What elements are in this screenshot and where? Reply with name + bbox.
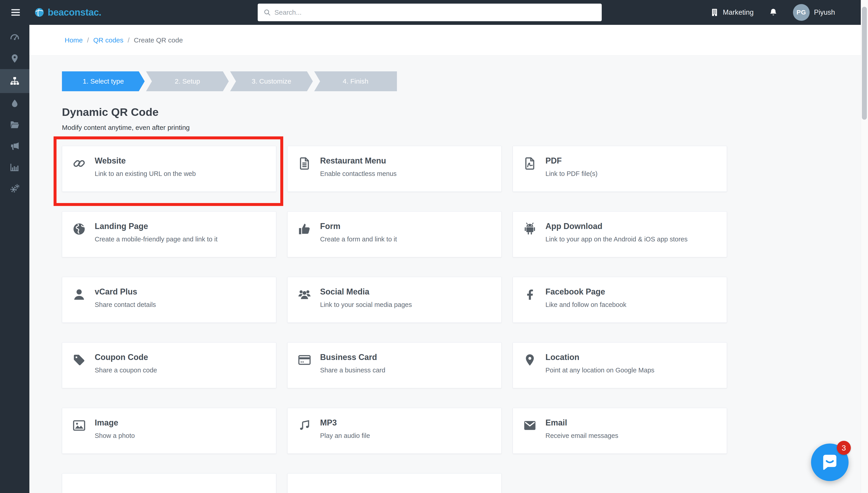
- content-area: 1. Select type2. Setup3. Customize4. Fin…: [29, 56, 868, 493]
- users-icon: [297, 287, 311, 301]
- qr-type-card-facebook-page[interactable]: Facebook PageLike and follow on facebook: [513, 277, 727, 323]
- card-title: PDF: [545, 156, 597, 166]
- pdf-file-icon: [523, 156, 537, 171]
- qr-type-card-email[interactable]: EmailReceive email messages: [513, 408, 727, 454]
- hamburger-icon: [9, 7, 22, 18]
- card-description: Link to your app on the Android & iOS ap…: [545, 234, 688, 244]
- thumbs-up-icon: [297, 222, 311, 236]
- user-icon-wrap: [72, 287, 86, 301]
- page-title: Dynamic QR Code: [62, 106, 868, 118]
- bell-icon: [768, 7, 778, 18]
- user-name: Piyush: [814, 8, 835, 17]
- breadcrumb-link-qr-codes[interactable]: QR codes: [93, 36, 123, 44]
- qr-type-card-image[interactable]: ImageShow a photo: [62, 408, 276, 454]
- android-icon: [523, 222, 537, 236]
- chat-unread-badge: 3: [837, 441, 851, 455]
- card-icon: [297, 353, 311, 367]
- qr-type-card-form[interactable]: FormCreate a form and link to it: [287, 211, 501, 257]
- card-description: Enable contactless menus: [320, 169, 397, 179]
- page-subtitle: Modify content anytime, even after print…: [62, 124, 868, 131]
- page-scrollbar-thumb[interactable]: [862, 7, 867, 120]
- workspace-switcher[interactable]: Marketing: [710, 7, 753, 17]
- qr-type-card-location[interactable]: LocationPoint at any location on Google …: [513, 342, 727, 388]
- qr-type-card-landing-page[interactable]: Landing PageCreate a mobile-friendly pag…: [62, 211, 276, 257]
- map-pin-icon-wrap: [523, 353, 537, 367]
- facebook-icon: [523, 287, 537, 301]
- topbar-right-group: Marketing PG Piyush: [710, 0, 835, 25]
- menu-button[interactable]: [9, 7, 22, 18]
- qr-type-grid: WebsiteLink to an existing URL on the we…: [62, 146, 727, 493]
- card-description: Create a mobile-friendly page and link t…: [95, 234, 218, 244]
- sidebar-item-gauge[interactable]: [0, 27, 29, 48]
- qr-type-card-app-download[interactable]: App DownloadLink to your app on the Andr…: [513, 211, 727, 257]
- sidebar-item-map-pin[interactable]: [0, 48, 29, 69]
- card-description: Show a photo: [95, 431, 135, 441]
- card-description: Share contact details: [95, 300, 156, 309]
- card-description: Create a form and link to it: [320, 234, 397, 244]
- globe-icon-wrap: [72, 222, 86, 236]
- sidebar-item-gears[interactable]: [0, 178, 29, 199]
- facebook-icon-wrap: [523, 287, 537, 301]
- document-icon: [297, 156, 311, 171]
- workspace-label: Marketing: [723, 8, 753, 17]
- main-area: Home/QR codes/Create QR code 1. Select t…: [29, 25, 868, 493]
- qr-type-card-restaurant-menu[interactable]: Restaurant MenuEnable contactless menus: [287, 146, 501, 192]
- step-wizard: 1. Select type2. Setup3. Customize4. Fin…: [62, 71, 399, 91]
- link-icon-wrap: [72, 156, 86, 171]
- card-title: MP3: [320, 417, 370, 428]
- qr-type-card-social-media[interactable]: Social MediaLink to your social media pa…: [287, 277, 501, 323]
- qr-type-card-pdf[interactable]: PDFLink to PDF file(s): [513, 146, 727, 192]
- card-title: Coupon Code: [95, 352, 157, 362]
- card-description: Share a business card: [320, 365, 386, 375]
- qr-type-card-coupon-code[interactable]: Coupon CodeShare a coupon code: [62, 342, 276, 388]
- thumbs-up-icon-wrap: [297, 222, 311, 236]
- avatar: PG: [793, 4, 810, 21]
- wizard-step-4: 4. Finish: [314, 71, 397, 91]
- card-title: Image: [95, 417, 135, 428]
- qr-type-card-website[interactable]: WebsiteLink to an existing URL on the we…: [62, 146, 276, 192]
- card-description: Point at any location on Google Maps: [545, 365, 655, 375]
- sidebar-item-bar-chart[interactable]: [0, 157, 29, 178]
- search-input[interactable]: [258, 4, 602, 21]
- card-title: Social Media: [320, 286, 412, 297]
- chat-launcher-button[interactable]: 3: [811, 444, 849, 481]
- qr-type-card-mp3[interactable]: MP3Play an audio file: [287, 408, 501, 454]
- gauge-icon: [9, 32, 20, 42]
- map-pin-icon: [523, 353, 537, 367]
- card-title: Website: [95, 156, 196, 166]
- envelope-icon: [523, 419, 537, 432]
- tag-icon: [72, 353, 86, 367]
- card-title: Form: [320, 221, 397, 232]
- sidebar-item-megaphone[interactable]: [0, 135, 29, 157]
- brand-logo[interactable]: beaconstac.: [34, 0, 101, 25]
- users-icon-wrap: [297, 287, 311, 301]
- user-menu[interactable]: PG Piyush: [793, 4, 835, 21]
- gears-icon: [9, 184, 20, 194]
- breadcrumb-separator: /: [128, 36, 129, 44]
- notifications-button[interactable]: [768, 7, 778, 18]
- sidebar-item-sitemap[interactable]: [0, 69, 29, 93]
- breadcrumb-separator: /: [87, 36, 89, 44]
- sidebar-item-folder-open[interactable]: [0, 114, 29, 135]
- user-icon: [72, 287, 86, 301]
- chat-bubble-icon: [819, 451, 841, 474]
- qr-type-card-business-card[interactable]: Business CardShare a business card: [287, 342, 501, 388]
- qr-type-card-vcard-plus[interactable]: vCard PlusShare contact details: [62, 277, 276, 323]
- card-title: Location: [545, 352, 655, 362]
- qr-type-card-partial[interactable]: [62, 473, 276, 493]
- map-pin-icon: [9, 53, 20, 64]
- card-icon-wrap: [297, 353, 311, 367]
- card-title: Landing Page: [95, 221, 218, 232]
- qr-type-card-partial[interactable]: [287, 473, 501, 493]
- card-description: Play an audio file: [320, 431, 370, 441]
- card-description: Link to PDF file(s): [545, 169, 597, 179]
- sidebar-item-water-drop[interactable]: [0, 93, 29, 114]
- link-icon: [72, 156, 86, 171]
- card-title: Restaurant Menu: [320, 156, 397, 166]
- card-title: Facebook Page: [545, 286, 626, 297]
- top-bar: beaconstac. Marketing PG Piyush: [0, 0, 868, 25]
- breadcrumb-link-home[interactable]: Home: [65, 36, 83, 44]
- bar-chart-icon: [9, 162, 20, 173]
- page-scrollbar-track[interactable]: [861, 0, 868, 493]
- megaphone-icon: [9, 141, 20, 151]
